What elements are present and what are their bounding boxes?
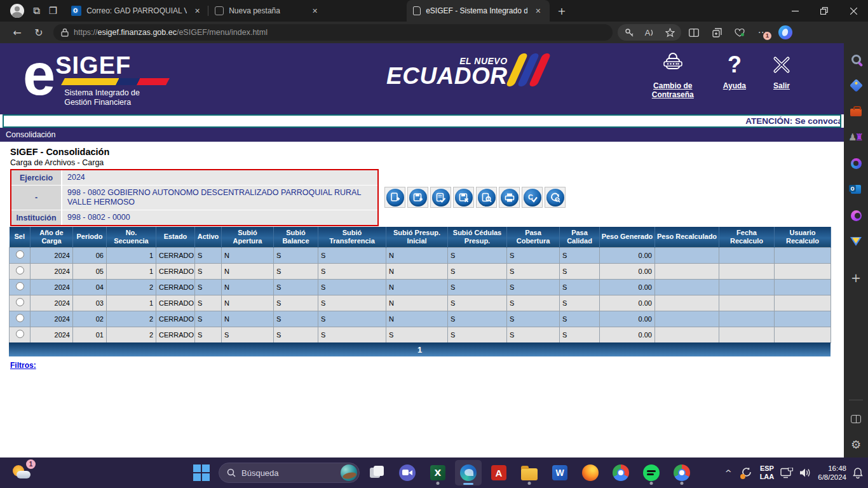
delete-record-button[interactable] <box>453 187 474 208</box>
help-icon: ? <box>723 51 746 79</box>
table-cell: S <box>386 327 448 342</box>
edge-icon[interactable] <box>455 460 482 485</box>
start-button[interactable] <box>188 460 215 485</box>
save-add-button[interactable] <box>407 187 428 208</box>
table-cell: S <box>560 279 600 295</box>
spotify-icon[interactable] <box>638 460 665 485</box>
remote-display-icon[interactable] <box>780 468 793 478</box>
settings-more-icon[interactable]: ⋯1 <box>752 24 773 41</box>
split-screen-icon[interactable] <box>684 24 704 41</box>
change-password-label[interactable]: Cambio de Contraseña <box>646 81 700 99</box>
file-explorer-icon[interactable] <box>516 460 543 485</box>
row-select-radio[interactable] <box>16 266 24 274</box>
window-restore-button[interactable] <box>810 0 839 22</box>
exit-label[interactable]: Salir <box>769 81 794 90</box>
tab-actions-icon[interactable]: ❒ <box>49 5 57 17</box>
help-button[interactable]: ? Ayuda <box>723 51 746 99</box>
table-cell: 2024 <box>31 263 73 279</box>
password-key-icon[interactable] <box>619 24 639 41</box>
new-record-button[interactable] <box>384 187 405 208</box>
excel-icon[interactable]: X <box>424 460 451 485</box>
filters-link[interactable]: Filtros: <box>10 361 36 370</box>
sidebar-outlook-icon[interactable] <box>849 182 863 196</box>
url-text[interactable]: https://esigef.finanzas.gob.ec/eSIGEF/me… <box>74 28 268 37</box>
tab-nueva-pestana[interactable]: Nueva pestaña ✕ <box>208 0 325 22</box>
search-detail-button[interactable] <box>476 187 497 208</box>
help-label[interactable]: Ayuda <box>723 81 746 90</box>
sidebar-settings-icon[interactable]: ⚙ <box>849 437 863 451</box>
weather-widget[interactable]: 1 <box>11 463 33 483</box>
chrome-icon[interactable] <box>607 460 634 485</box>
sync-status-icon[interactable] <box>741 466 754 479</box>
word-icon[interactable]: W <box>546 460 573 485</box>
window-close-button[interactable] <box>839 0 868 22</box>
exit-button[interactable]: Salir <box>769 51 794 99</box>
task-view-button[interactable] <box>363 460 390 485</box>
browser-profile-avatar[interactable] <box>10 4 24 18</box>
address-bar[interactable]: https://esigef.finanzas.gob.ec/eSIGEF/me… <box>53 24 613 41</box>
page-number[interactable]: 1 <box>417 345 422 355</box>
table-cell: S <box>318 295 386 311</box>
change-password-button[interactable]: Cambio de Contraseña <box>646 51 700 99</box>
sidebar-search-icon[interactable] <box>849 52 863 66</box>
read-aloud-icon[interactable]: A <box>639 24 660 41</box>
sidebar-tools-icon[interactable] <box>849 104 863 118</box>
browser-essentials-icon[interactable] <box>729 24 750 41</box>
collections-icon[interactable] <box>707 24 727 41</box>
taskbar-clock[interactable]: 16:48 6/8/2024 <box>818 464 846 482</box>
chrome-profile-icon[interactable] <box>668 460 695 485</box>
language-indicator[interactable]: ESPLAA <box>760 464 775 481</box>
back-button[interactable]: ← <box>6 27 28 39</box>
copilot-icon[interactable] <box>775 24 796 41</box>
tab-correo[interactable]: Correo: GAD PARROQUIAL VALLE ✕ <box>65 0 208 22</box>
approve-check-button[interactable]: C <box>522 187 543 208</box>
new-tab-button[interactable]: + <box>557 5 566 17</box>
terminal-label: EAPP212P <box>753 144 793 152</box>
favorites-star-icon[interactable] <box>660 24 680 41</box>
bing-daily-image[interactable] <box>341 464 357 481</box>
row-select-radio[interactable] <box>16 314 24 322</box>
workspaces-icon[interactable]: ⧉ <box>33 5 40 17</box>
table-cell: N <box>222 279 274 295</box>
row-select-radio[interactable] <box>16 250 24 259</box>
validate-form-button[interactable] <box>430 187 451 208</box>
table-cell: N <box>386 279 448 295</box>
sidebar-games-icon[interactable]: ♟♜ <box>849 130 863 144</box>
column-header: Peso Generado <box>600 227 655 247</box>
logo-sigef-text: SIGEF <box>55 55 168 76</box>
tab-close-icon[interactable]: ✕ <box>309 6 320 17</box>
table-row: 2024061CERRADOSNSSNSSS0.00 <box>10 247 831 263</box>
tab-close-icon[interactable]: ✕ <box>192 6 203 17</box>
sidebar-shopping-icon[interactable] <box>849 78 863 92</box>
table-cell: CERRADO <box>156 279 195 295</box>
column-header: Periodo <box>73 227 107 247</box>
window-minimize-button[interactable] <box>780 0 810 22</box>
acrobat-icon[interactable]: A <box>485 460 512 485</box>
table-cell: S <box>274 263 318 279</box>
table-cell: 2 <box>107 327 156 342</box>
windows-taskbar: 1 Búsqueda X A W ^ ESPLAA 16:48 <box>0 458 868 488</box>
print-button[interactable] <box>499 187 520 208</box>
sidebar-drop-icon[interactable] <box>849 234 863 248</box>
firefox-icon[interactable] <box>577 460 604 485</box>
speaker-icon[interactable] <box>799 468 811 478</box>
teams-chat-icon[interactable] <box>394 460 421 485</box>
row-select-radio[interactable] <box>16 330 24 338</box>
tab-close-icon[interactable]: ✕ <box>532 6 543 17</box>
taskbar-search[interactable]: Búsqueda <box>219 463 360 483</box>
tab-esigef-active[interactable]: eSIGEF - Sistema Integrado de G ✕ <box>407 0 550 22</box>
sidebar-add-button[interactable]: + <box>851 271 861 285</box>
recalculate-search-button[interactable] <box>545 187 566 208</box>
refresh-button[interactable]: ↻ <box>28 27 50 39</box>
row-select-radio[interactable] <box>16 282 24 290</box>
row-select-radio[interactable] <box>16 298 24 306</box>
table-cell: S <box>448 295 507 311</box>
menu-consolidacion[interactable]: Consolidación <box>0 130 62 139</box>
sidebar-clipchamp-icon[interactable] <box>849 208 863 222</box>
tray-overflow-chevron[interactable]: ^ <box>722 468 735 478</box>
sidebar-panel-icon[interactable] <box>849 412 863 426</box>
table-cell: S <box>560 311 600 327</box>
sidebar-microsoft365-icon[interactable] <box>849 156 863 170</box>
notification-bell-icon[interactable] <box>853 467 863 478</box>
table-cell: 2 <box>107 279 156 295</box>
